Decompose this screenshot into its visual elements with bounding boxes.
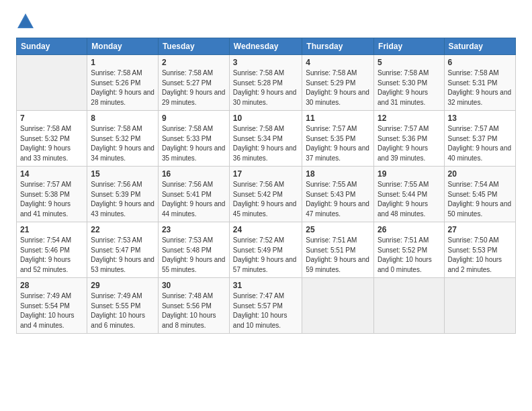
calendar-cell: 10 Sunrise: 7:58 AM Sunset: 5:34 PM Dayl… — [229, 111, 302, 167]
day-number: 11 — [306, 113, 370, 123]
weekday-header: Saturday — [444, 38, 515, 55]
logo-icon — [16, 12, 35, 31]
sunrise: Sunrise: 7:58 AM — [448, 69, 499, 77]
sunrise: Sunrise: 7:57 AM — [20, 181, 71, 188]
sunrise: Sunrise: 7:58 AM — [378, 69, 429, 77]
sunset: Sunset: 5:35 PM — [306, 135, 355, 142]
day-info: Sunrise: 7:58 AM Sunset: 5:33 PM Dayligh… — [162, 124, 226, 163]
daylight: Daylight: 9 hours and 37 minutes. — [306, 144, 369, 162]
sunset: Sunset: 5:55 PM — [91, 302, 140, 310]
sunrise: Sunrise: 7:53 AM — [162, 236, 213, 244]
day-info: Sunrise: 7:53 AM Sunset: 5:47 PM Dayligh… — [91, 236, 154, 275]
sunrise: Sunrise: 7:52 AM — [233, 236, 284, 244]
sunset: Sunset: 5:43 PM — [306, 191, 355, 198]
day-info: Sunrise: 7:47 AM Sunset: 5:57 PM Dayligh… — [233, 291, 298, 330]
day-number: 13 — [448, 113, 512, 123]
day-number: 27 — [448, 225, 512, 234]
calendar-cell: 26 Sunrise: 7:51 AM Sunset: 5:52 PM Dayl… — [374, 222, 444, 278]
day-number: 4 — [306, 58, 370, 67]
sunset: Sunset: 5:49 PM — [233, 246, 283, 254]
daylight: Daylight: 9 hours and 28 minutes. — [91, 89, 154, 106]
day-info: Sunrise: 7:58 AM Sunset: 5:31 PM Dayligh… — [448, 68, 512, 107]
sunrise: Sunrise: 7:55 AM — [378, 181, 429, 188]
day-info: Sunrise: 7:57 AM Sunset: 5:35 PM Dayligh… — [306, 124, 370, 163]
daylight: Daylight: 10 hours and 4 minutes. — [20, 312, 75, 329]
calendar-cell: 7 Sunrise: 7:58 AM Sunset: 5:32 PM Dayli… — [17, 111, 87, 167]
sunrise: Sunrise: 7:47 AM — [233, 292, 284, 300]
daylight: Daylight: 9 hours and 48 minutes. — [378, 200, 428, 218]
sunset: Sunset: 5:48 PM — [162, 246, 212, 254]
calendar-cell: 18 Sunrise: 7:55 AM Sunset: 5:43 PM Dayl… — [302, 167, 374, 222]
day-info: Sunrise: 7:53 AM Sunset: 5:48 PM Dayligh… — [162, 236, 226, 275]
calendar-cell: 24 Sunrise: 7:52 AM Sunset: 5:49 PM Dayl… — [229, 222, 302, 278]
calendar-cell: 4 Sunrise: 7:58 AM Sunset: 5:29 PM Dayli… — [302, 55, 374, 111]
day-info: Sunrise: 7:56 AM Sunset: 5:42 PM Dayligh… — [233, 180, 298, 219]
sunset: Sunset: 5:56 PM — [162, 302, 212, 310]
page: SundayMondayTuesdayWednesdayThursdayFrid… — [0, 0, 532, 411]
sunrise: Sunrise: 7:56 AM — [162, 181, 213, 188]
calendar-header: SundayMondayTuesdayWednesdayThursdayFrid… — [17, 38, 516, 55]
day-info: Sunrise: 7:49 AM Sunset: 5:55 PM Dayligh… — [91, 291, 154, 330]
daylight: Daylight: 9 hours and 30 minutes. — [233, 89, 297, 106]
day-number: 23 — [162, 225, 226, 234]
daylight: Daylight: 10 hours and 0 minutes. — [378, 256, 432, 273]
daylight: Daylight: 9 hours and 32 minutes. — [448, 89, 512, 106]
sunrise: Sunrise: 7:53 AM — [91, 236, 142, 244]
sunrise: Sunrise: 7:58 AM — [162, 125, 213, 132]
day-info: Sunrise: 7:56 AM Sunset: 5:41 PM Dayligh… — [162, 180, 226, 219]
day-number: 30 — [162, 281, 226, 290]
day-number: 2 — [162, 58, 226, 67]
day-number: 1 — [91, 58, 154, 67]
calendar-cell: 1 Sunrise: 7:58 AM Sunset: 5:26 PM Dayli… — [87, 55, 159, 111]
calendar-cell: 25 Sunrise: 7:51 AM Sunset: 5:51 PM Dayl… — [302, 222, 374, 278]
calendar-row: 7 Sunrise: 7:58 AM Sunset: 5:32 PM Dayli… — [17, 111, 516, 167]
calendar-cell: 12 Sunrise: 7:57 AM Sunset: 5:36 PM Dayl… — [374, 111, 444, 167]
sunrise: Sunrise: 7:57 AM — [448, 125, 499, 132]
daylight: Daylight: 9 hours and 47 minutes. — [306, 200, 369, 218]
day-info: Sunrise: 7:56 AM Sunset: 5:39 PM Dayligh… — [91, 180, 154, 219]
sunset: Sunset: 5:37 PM — [448, 135, 498, 142]
day-number: 20 — [448, 169, 512, 179]
daylight: Daylight: 9 hours and 30 minutes. — [306, 89, 369, 106]
sunset: Sunset: 5:45 PM — [448, 191, 498, 198]
day-number: 21 — [20, 225, 83, 234]
sunset: Sunset: 5:28 PM — [233, 79, 283, 87]
day-number: 10 — [233, 113, 298, 123]
calendar-cell: 5 Sunrise: 7:58 AM Sunset: 5:30 PM Dayli… — [374, 55, 444, 111]
sunset: Sunset: 5:44 PM — [378, 191, 427, 198]
daylight: Daylight: 9 hours and 50 minutes. — [448, 200, 512, 218]
daylight: Daylight: 9 hours and 31 minutes. — [378, 89, 428, 106]
daylight: Daylight: 9 hours and 57 minutes. — [233, 256, 297, 273]
calendar-cell: 30 Sunrise: 7:48 AM Sunset: 5:56 PM Dayl… — [158, 278, 229, 334]
sunset: Sunset: 5:32 PM — [91, 135, 140, 142]
daylight: Daylight: 9 hours and 39 minutes. — [378, 144, 428, 162]
day-number: 25 — [306, 225, 370, 234]
daylight: Daylight: 10 hours and 8 minutes. — [162, 312, 216, 329]
sunrise: Sunrise: 7:50 AM — [448, 236, 499, 244]
sunrise: Sunrise: 7:58 AM — [20, 125, 71, 132]
day-info: Sunrise: 7:58 AM Sunset: 5:27 PM Dayligh… — [162, 68, 226, 107]
calendar-cell: 8 Sunrise: 7:58 AM Sunset: 5:32 PM Dayli… — [87, 111, 159, 167]
calendar-table: SundayMondayTuesdayWednesdayThursdayFrid… — [16, 38, 516, 334]
sunset: Sunset: 5:36 PM — [378, 135, 427, 142]
sunset: Sunset: 5:51 PM — [306, 246, 355, 254]
sunset: Sunset: 5:52 PM — [378, 246, 427, 254]
logo — [16, 12, 38, 31]
day-number: 24 — [233, 225, 298, 234]
sunset: Sunset: 5:41 PM — [162, 191, 212, 198]
day-info: Sunrise: 7:58 AM Sunset: 5:29 PM Dayligh… — [306, 68, 370, 107]
calendar-cell: 15 Sunrise: 7:56 AM Sunset: 5:39 PM Dayl… — [87, 167, 159, 222]
day-number: 15 — [91, 169, 154, 179]
sunset: Sunset: 5:39 PM — [91, 191, 140, 198]
sunset: Sunset: 5:54 PM — [20, 302, 70, 310]
sunrise: Sunrise: 7:56 AM — [91, 181, 142, 188]
weekday-header-row: SundayMondayTuesdayWednesdayThursdayFrid… — [17, 38, 516, 55]
day-number: 18 — [306, 169, 370, 179]
calendar-cell: 20 Sunrise: 7:54 AM Sunset: 5:45 PM Dayl… — [444, 167, 515, 222]
calendar-cell: 9 Sunrise: 7:58 AM Sunset: 5:33 PM Dayli… — [158, 111, 229, 167]
calendar-cell: 28 Sunrise: 7:49 AM Sunset: 5:54 PM Dayl… — [17, 278, 87, 334]
day-number: 5 — [378, 58, 440, 67]
sunset: Sunset: 5:29 PM — [306, 79, 355, 87]
sunrise: Sunrise: 7:54 AM — [20, 236, 71, 244]
day-info: Sunrise: 7:55 AM Sunset: 5:44 PM Dayligh… — [378, 180, 440, 219]
